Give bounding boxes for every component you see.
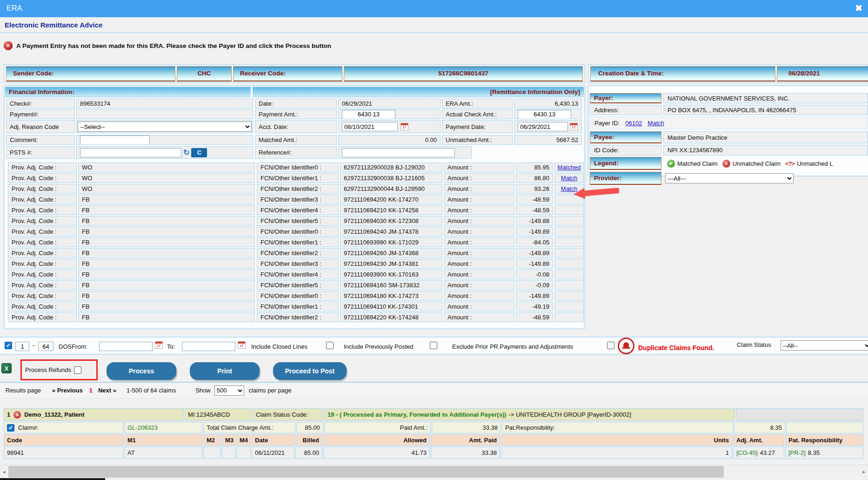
horizontal-scrollbar[interactable]: ◄ ►	[0, 465, 868, 478]
fcn-identifier-label: FCN/Other Identifier1 :	[257, 237, 339, 247]
line-code: 98941	[4, 446, 123, 459]
actual-check-amt-input[interactable]	[518, 110, 571, 119]
scroll-left-icon[interactable]: ◄	[0, 465, 8, 479]
include-posted-checkbox[interactable]	[430, 342, 437, 349]
sender-code-label: Sender Code:	[6, 66, 175, 81]
prov-adj-code-label: Prov. Adj. Code :	[8, 195, 77, 204]
amount-label: Amount :	[444, 291, 514, 301]
prov-adj-code-value: FB	[78, 302, 255, 311]
unmatched-amt-value: 5667.52	[514, 135, 582, 145]
address-label: Address:	[590, 105, 661, 115]
match-link[interactable]: Match	[561, 175, 577, 182]
line-amt-paid: 33.38	[431, 446, 500, 459]
fcn-identifier-value: 9721110694200 KK-174270	[340, 195, 442, 204]
amount-value: -149.88	[516, 216, 553, 226]
amount-label: Amount :	[444, 227, 514, 237]
fcn-identifier-value: 9721110694260 JM-174368	[340, 248, 442, 258]
claim-checkbox[interactable]	[7, 424, 14, 432]
actual-check-amt-label: Actual Check Amt.:	[442, 109, 513, 119]
payer-id-match-link[interactable]: Match	[648, 120, 664, 127]
close-icon[interactable]: ✖	[855, 3, 862, 14]
comment-label: Comment:	[6, 135, 75, 145]
process-refunds-checkbox[interactable]	[74, 366, 81, 374]
amount-value: -149.89	[516, 227, 553, 237]
bottom-edge-strip	[0, 478, 105, 480]
payment-date-calendar-icon[interactable]	[570, 123, 578, 130]
amount-label: Amount :	[444, 205, 514, 215]
current-page: 1	[89, 387, 93, 394]
acct-date-input[interactable]	[342, 122, 398, 131]
col-code: Code	[4, 434, 123, 446]
unmatched-claim-icon: ×	[13, 411, 21, 419]
range-start-input[interactable]	[15, 342, 29, 351]
claim-status-cell: 19 - ( Processed as Primary, Forwarded t…	[324, 408, 735, 421]
scroll-right-icon[interactable]: ►	[860, 465, 868, 479]
previous-page-link[interactable]: « Previous	[52, 387, 83, 394]
exclude-prior-checkbox[interactable]	[607, 342, 614, 349]
acct-date-calendar-icon[interactable]	[401, 123, 408, 130]
pat-resp-label: Pat.Responsibility:	[502, 422, 733, 433]
scrollbar-thumb[interactable]	[8, 466, 724, 478]
process-button[interactable]: Process	[107, 362, 176, 380]
amount-label: Amount :	[444, 248, 514, 258]
dos-to-label: To:	[167, 343, 175, 350]
fcn-identifier-value: 9721110694160 SM-173832	[340, 280, 442, 290]
fcn-identifier-label: FCN/Other Identifier0 :	[257, 162, 339, 172]
creation-date-value: 06/28/2021	[777, 66, 868, 81]
claims-table: 1 × Demo_11322, Patient MI:12345ABCD Cla…	[4, 407, 864, 461]
dos-to-input[interactable]	[182, 342, 235, 351]
dos-from-input[interactable]	[99, 342, 153, 351]
prov-adjustment-row: Prov. Adj. Code : FB FCN/Other Identifie…	[8, 227, 584, 237]
match-cell	[554, 270, 584, 279]
claim-number-value[interactable]: GL-206323	[124, 422, 202, 433]
page-header: Electronic Remittance Advice	[0, 17, 868, 33]
payer-id-label: Payer ID:	[592, 120, 620, 127]
match-cell	[554, 227, 584, 237]
psts-input[interactable]	[80, 148, 181, 157]
print-button[interactable]: Print	[190, 362, 260, 380]
reference-input[interactable]	[342, 148, 455, 157]
amount-value: -49.19	[516, 302, 553, 311]
paid-amt-value: 33.38	[432, 422, 501, 433]
range-end-input[interactable]	[38, 342, 53, 351]
prov-adjustment-row: Prov. Adj. Code : FB FCN/Other Identifie…	[8, 312, 584, 322]
claim-status-select[interactable]: --All--	[781, 340, 868, 351]
prov-adj-code-value: FB	[78, 227, 255, 237]
creation-date-panel: Creation Date & Time: 06/28/2021	[588, 64, 868, 83]
c-button[interactable]: C	[191, 148, 207, 157]
per-page-select[interactable]: 500	[214, 385, 244, 396]
fcn-identifier-label: FCN/Other Identifier2 :	[257, 248, 339, 258]
prov-adj-code-label: Prov. Adj. Code :	[8, 162, 77, 172]
fcn-identifier-value: 629721132900028 BJ-129020	[340, 162, 442, 172]
provider-select[interactable]: ---All---	[665, 173, 794, 183]
exclude-prior-label: Exclude Prior PR.Payments and Adjustment…	[452, 343, 573, 350]
comment-input[interactable]	[80, 135, 150, 145]
payment-amt-input[interactable]	[342, 110, 395, 119]
refresh-icon[interactable]: ↻	[183, 148, 189, 157]
payment-alert: × A Payment Entry has not been made for …	[4, 40, 331, 51]
col-amt-paid: Amt. Paid	[431, 434, 500, 446]
match-link[interactable]: Matched	[558, 164, 581, 171]
amount-label: Amount :	[444, 184, 514, 194]
payment-date-input[interactable]	[518, 122, 568, 131]
dos-from-calendar-icon[interactable]	[155, 341, 163, 349]
amount-value: -48.59	[516, 205, 553, 215]
select-all-checkbox[interactable]	[5, 342, 12, 349]
patient-name: Demo_11322, Patient	[24, 411, 84, 418]
claim-summary-filler	[786, 422, 863, 433]
adj-reason-select[interactable]: --Select--	[78, 122, 252, 132]
prov-adj-code-label: Prov. Adj. Code :	[8, 237, 77, 247]
total-charge-value: 85.00	[296, 422, 323, 433]
fcn-identifier-value: 9721110694030 KK-172308	[340, 216, 442, 226]
dos-to-calendar-icon[interactable]	[238, 341, 246, 349]
include-closed-checkbox[interactable]	[326, 342, 334, 349]
prov-adj-code-label: Prov. Adj. Code :	[8, 248, 77, 258]
payer-id-link[interactable]: 06102	[625, 120, 642, 127]
export-excel-icon[interactable]: X	[1, 363, 12, 373]
patient-cell: 1 × Demo_11322, Patient	[4, 408, 184, 421]
next-page-link[interactable]: Next »	[98, 387, 116, 394]
proceed-to-post-button[interactable]: Proceed to Post	[273, 362, 347, 380]
match-cell	[554, 237, 584, 247]
match-cell	[554, 259, 584, 269]
psts-label: PSTS #:	[6, 146, 75, 159]
